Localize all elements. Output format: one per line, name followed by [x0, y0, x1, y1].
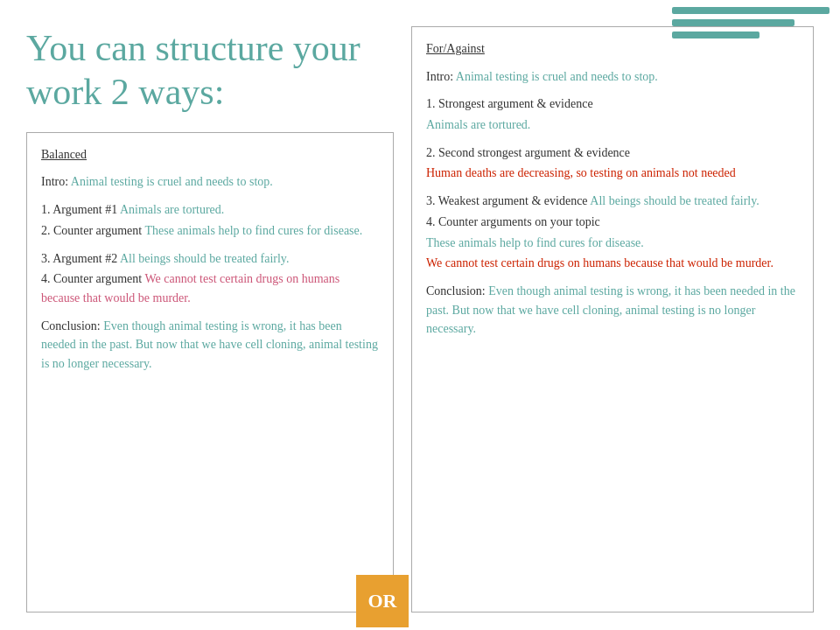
decorative-bars [662, 0, 840, 46]
fa-s3-label: 3. Weakest argument & evidence [426, 194, 590, 207]
fa-conclusion-label: Conclusion: [426, 284, 486, 298]
balanced-arg3: 3. Argument #2 All beings should be trea… [41, 249, 379, 269]
fa-s4-c1: These animals help to find cures for dis… [426, 234, 799, 253]
fa-s4-colored1: These animals help to find cures for dis… [426, 236, 644, 249]
fa-s1-label-text: 1. Strongest argument & evidence [426, 97, 593, 110]
left-column: You can structure your work 2 ways: Bala… [26, 26, 394, 612]
balanced-conclusion: Conclusion: Even though animal testing i… [41, 317, 379, 374]
fa-s4-label-text: 4. Counter arguments on your topic [426, 215, 600, 228]
fa-intro-label: Intro: [426, 70, 453, 83]
fa-s4-colored2: We cannot test certain drugs on humans b… [426, 256, 774, 270]
balanced-heading: Balanced [41, 145, 379, 164]
fa-s3: 3. Weakest argument & evidence All being… [426, 192, 799, 211]
fa-intro-text: Animal testing is cruel and needs to sto… [453, 70, 658, 83]
balanced-arg3-text: All beings should be treated fairly. [120, 252, 289, 265]
fa-s1-colored-text: Animals are tortured. [426, 118, 530, 131]
deco-bar-1 [672, 7, 830, 14]
fa-s4-label: 4. Counter arguments on your topic [426, 213, 799, 232]
page-title: You can structure your work 2 ways: [26, 26, 394, 115]
deco-bar-3 [672, 32, 760, 38]
balanced-arg2: 2. Counter argument These animals help t… [41, 221, 379, 241]
deco-bar-2 [672, 19, 794, 26]
fa-s2-colored-text: Human deaths are decreasing, so testing … [426, 166, 736, 179]
balanced-arg1-label: 1. Argument #1 [41, 203, 120, 216]
fa-s3-colored: All beings should be treated fairly. [590, 194, 759, 207]
right-column: For/Against Intro: Animal testing is cru… [411, 26, 814, 612]
balanced-arg1-text: Animals are tortured. [120, 203, 224, 216]
balanced-arg2-text: These animals help to find cures for dis… [144, 224, 362, 237]
balanced-arg3-label: 3. Argument #2 [41, 252, 120, 265]
fa-s2-label: 2. Second strongest argument & evidence [426, 144, 799, 163]
fa-s2-colored: Human deaths are decreasing, so testing … [426, 164, 799, 183]
balanced-box: Balanced Intro: Animal testing is cruel … [26, 132, 394, 612]
fa-s4-c2: We cannot test certain drugs on humans b… [426, 254, 799, 273]
balanced-intro: Intro: Animal testing is cruel and needs… [41, 172, 379, 192]
fa-s2-label-text: 2. Second strongest argument & evidence [426, 146, 630, 159]
balanced-intro-text: Animal testing is cruel and needs to sto… [68, 175, 273, 188]
or-badge: OR [356, 575, 409, 627]
fa-intro: Intro: Animal testing is cruel and needs… [426, 67, 799, 87]
balanced-arg1: 1. Argument #1 Animals are tortured. [41, 200, 379, 220]
fa-conclusion: Conclusion: Even though animal testing i… [426, 282, 799, 339]
balanced-intro-label: Intro: [41, 175, 68, 188]
fa-s1-colored: Animals are tortured. [426, 116, 799, 135]
fa-s1-label: 1. Strongest argument & evidence [426, 94, 799, 114]
balanced-arg4: 4. Counter argument We cannot test certa… [41, 270, 379, 307]
balanced-arg4-label: 4. Counter argument [41, 272, 144, 285]
balanced-arg2-label: 2. Counter argument [41, 224, 144, 237]
main-layout: You can structure your work 2 ways: Bala… [0, 0, 840, 630]
balanced-conclusion-label: Conclusion: [41, 319, 101, 332]
